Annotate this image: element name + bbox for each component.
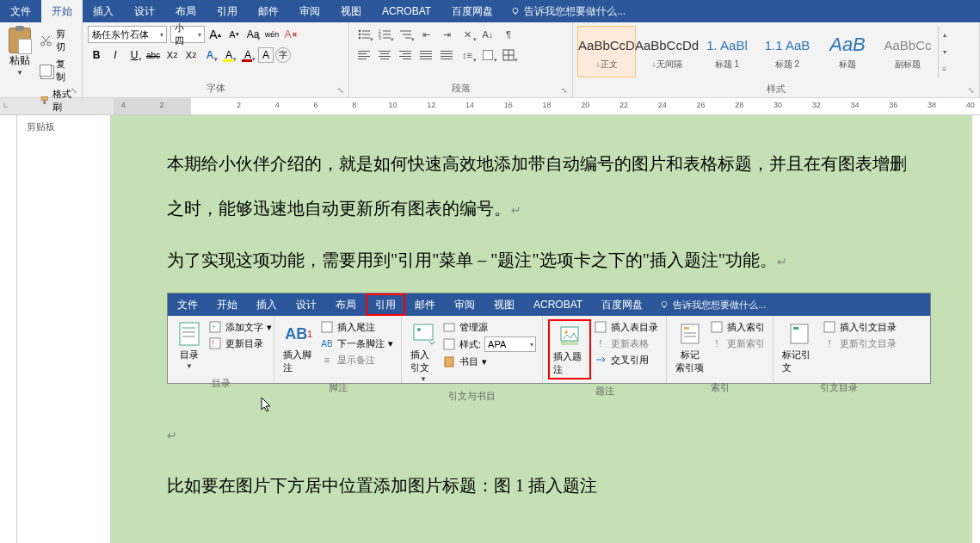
strike-button[interactable]: abc xyxy=(145,46,162,64)
subscript-button[interactable]: X2 xyxy=(163,46,181,64)
paste-button[interactable]: 粘贴 ▼ xyxy=(5,26,34,78)
bullets-button[interactable] xyxy=(354,26,373,43)
paste-icon xyxy=(9,28,31,53)
embed-group-captions-label: 题注 xyxy=(543,383,666,400)
phonetic-guide-button[interactable]: wén xyxy=(263,26,280,43)
svg-text:+: + xyxy=(212,323,216,331)
style-name-label: 标题 2 xyxy=(775,59,799,71)
tell-me-search[interactable]: 告诉我您想要做什么... xyxy=(510,4,626,19)
svg-rect-45 xyxy=(595,322,606,332)
svg-rect-7 xyxy=(43,101,46,104)
style-preview: AaB xyxy=(829,33,866,57)
style-normal[interactable]: AaBbCcD↓正文 xyxy=(577,26,636,77)
gallery-up[interactable]: ▴ xyxy=(939,26,950,43)
gallery-more[interactable]: ≡ xyxy=(939,60,950,77)
tab-references[interactable]: 引用 xyxy=(206,0,248,22)
style-title[interactable]: AaB标题 xyxy=(818,26,877,77)
copy-button[interactable]: 复制 xyxy=(36,56,77,85)
enclose-char-button[interactable]: 字 xyxy=(275,47,291,63)
book-icon xyxy=(442,355,456,368)
svg-text:3: 3 xyxy=(379,35,381,40)
style-heading1[interactable]: 1. AaBl标题 1 xyxy=(698,26,756,77)
svg-rect-47 xyxy=(684,327,689,330)
sort-button[interactable]: A↓ xyxy=(478,26,497,43)
align-center-button[interactable] xyxy=(375,46,394,64)
text-effects-button[interactable]: A xyxy=(201,46,219,64)
embed-tab-view: 视图 xyxy=(484,293,524,316)
highlight-button[interactable]: A xyxy=(220,46,237,64)
paragraph-2[interactable]: 为了实现这项功能，需要用到"引用"菜单 – "题注"选项卡之下的"插入题注"功能… xyxy=(167,238,915,282)
grow-font-button[interactable]: A▴ xyxy=(206,26,224,43)
embed-group-toa: 标记引文 插入引文目录 !更新引文目录 引文目录 xyxy=(774,316,904,383)
styles-launcher[interactable]: ⤡ xyxy=(968,86,977,95)
style-nospacing[interactable]: AaBbCcDd↓无间隔 xyxy=(638,26,696,77)
borders-button[interactable] xyxy=(499,46,518,64)
ruler-horizontal[interactable]: L 42246810121416182022242628303234363840 xyxy=(0,98,980,115)
embed-update-toa: !更新引文目录 xyxy=(820,336,899,351)
tab-view[interactable]: 视图 xyxy=(330,0,372,22)
asian-layout-button[interactable]: ✕ xyxy=(458,26,477,43)
bulb-icon xyxy=(659,299,669,310)
show-marks-button[interactable]: ¶ xyxy=(499,26,518,43)
embed-insert-tof: 插入表目录 xyxy=(591,319,661,335)
gallery-down[interactable]: ▾ xyxy=(939,43,950,60)
style-preview: AaBbCcDd xyxy=(635,33,699,57)
tab-acrobat[interactable]: ACROBAT xyxy=(372,0,441,22)
underline-button[interactable]: U xyxy=(126,46,143,64)
font-size-combo[interactable]: 小四 xyxy=(170,26,205,43)
shrink-font-button[interactable]: A▾ xyxy=(225,26,243,43)
clear-formatting-button[interactable]: A✖ xyxy=(282,26,299,43)
bold-button[interactable]: B xyxy=(88,46,105,64)
embed-show-notes: ≡显示备注 xyxy=(317,352,396,367)
embed-tab-design: 设计 xyxy=(287,293,326,316)
align-right-button[interactable] xyxy=(396,46,415,64)
decrease-indent-button[interactable]: ⇤ xyxy=(416,26,435,43)
font-color-button[interactable]: A xyxy=(239,46,256,64)
tab-insert[interactable]: 插入 xyxy=(83,0,124,22)
font-launcher[interactable]: ⤡ xyxy=(337,86,346,95)
embed-tab-review: 审阅 xyxy=(445,293,484,316)
align-left-button[interactable] xyxy=(354,46,373,64)
style-name-label: 标题 xyxy=(839,59,856,71)
toc-icon xyxy=(176,321,202,347)
embed-insert-footnote: AB1 插入脚注 xyxy=(280,319,317,376)
paragraph-3[interactable]: 比如要在图片下方居中位置添加图片标题：图 1 插入题注 xyxy=(167,463,915,508)
tab-review[interactable]: 审阅 xyxy=(289,0,330,22)
tab-layout[interactable]: 布局 xyxy=(165,0,206,22)
paragraph-1[interactable]: 本期给小伙伴介绍的，就是如何快速高效地添加带自动编号的图片和表格标题，并且在有图… xyxy=(167,141,915,231)
embed-tab-baidu: 百度网盘 xyxy=(592,293,652,316)
superscript-button[interactable]: X2 xyxy=(182,46,200,64)
multilevel-button[interactable] xyxy=(396,26,415,43)
cut-button[interactable]: 剪切 xyxy=(36,26,77,55)
embed-tab-mailings: 邮件 xyxy=(405,293,445,316)
char-shading-button[interactable]: A xyxy=(258,47,274,63)
line-spacing-button[interactable]: ↕≡ xyxy=(458,46,477,64)
embed-group-footnotes: AB1 插入脚注 插入尾注 AB下一条脚注▾ ≡显示备注 脚注 xyxy=(274,316,402,383)
svg-rect-27 xyxy=(663,306,665,308)
ruler-vertical[interactable] xyxy=(0,115,17,543)
style-subtitle[interactable]: AaBbCc副标题 xyxy=(878,26,937,77)
tab-design[interactable]: 设计 xyxy=(124,0,165,22)
document-scroll[interactable]: 本期给小伙伴介绍的，就是如何快速高效地添加带自动编号的图片和表格标题，并且在有图… xyxy=(17,115,980,543)
tab-file[interactable]: 文件 xyxy=(0,0,41,22)
paragraph-launcher[interactable]: ⤡ xyxy=(561,86,570,95)
align-justify-button[interactable] xyxy=(416,46,435,64)
change-case-button[interactable]: Aa xyxy=(244,26,262,43)
italic-button[interactable]: I xyxy=(107,46,124,64)
increase-indent-button[interactable]: ⇥ xyxy=(437,26,456,43)
numbering-button[interactable]: 123 xyxy=(375,26,394,43)
style-name-label: ↓正文 xyxy=(596,59,618,71)
tab-baidu[interactable]: 百度网盘 xyxy=(441,0,503,22)
clipboard-launcher[interactable]: ⤡ xyxy=(71,86,79,95)
tab-mailings[interactable]: 邮件 xyxy=(248,0,289,22)
tab-home[interactable]: 开始 xyxy=(41,0,83,22)
shading-button[interactable] xyxy=(478,46,497,64)
style-heading2[interactable]: 1.1 AaB标题 2 xyxy=(758,26,817,77)
font-name-combo[interactable]: 杨任东竹石体 xyxy=(88,26,167,43)
svg-point-26 xyxy=(662,301,667,306)
align-distribute-button[interactable] xyxy=(437,46,456,64)
tof-icon xyxy=(594,320,607,334)
embed-tab-file: 文件 xyxy=(168,293,207,316)
ruler-numbers: 42246810121416182022242628303234363840 xyxy=(114,101,980,109)
svg-point-3 xyxy=(47,42,51,46)
